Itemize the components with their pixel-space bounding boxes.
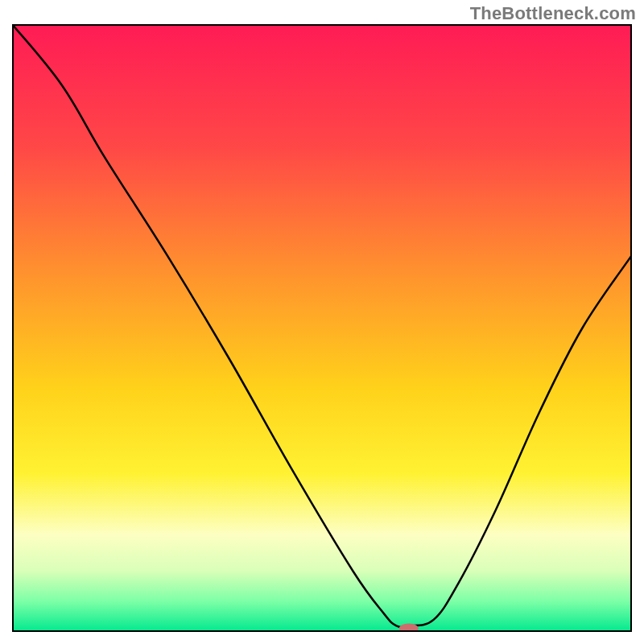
chart-frame: TheBottleneck.com xyxy=(0,0,644,644)
plot-area xyxy=(12,24,632,632)
bottleneck-chart xyxy=(12,24,632,632)
watermark-label: TheBottleneck.com xyxy=(470,3,636,24)
gradient-background xyxy=(12,24,632,632)
